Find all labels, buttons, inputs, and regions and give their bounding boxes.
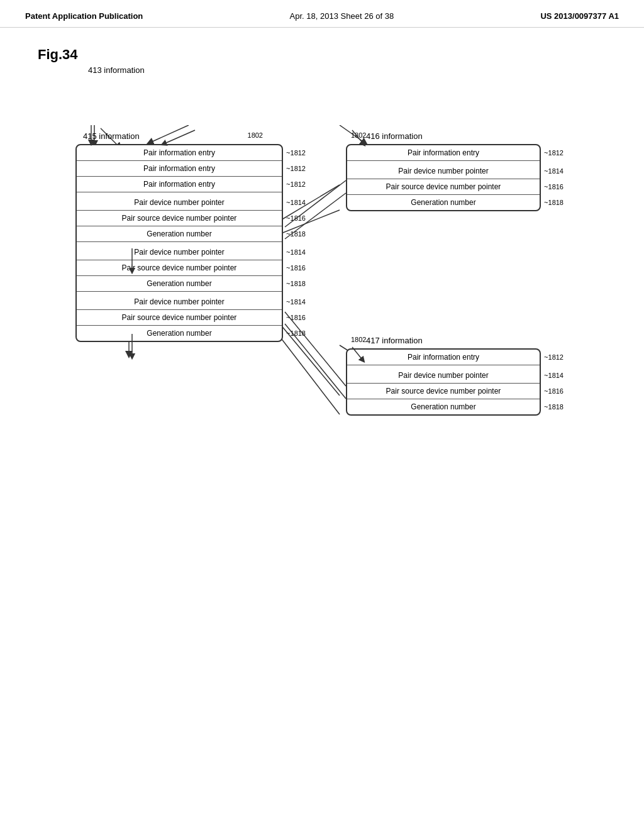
- right-top-group1-row1: Pair device number pointer ~1814: [347, 163, 540, 179]
- left-group1-row1: Pair device number pointer ~1814: [77, 195, 282, 211]
- title-417: 417 information: [366, 336, 423, 345]
- ref-1802-right-bottom: 1802: [351, 336, 366, 343]
- left-group2-row1: Pair device number pointer ~1814: [77, 245, 282, 260]
- right-top-box-416: 416 information 1802 Pair information en…: [346, 144, 541, 211]
- left-box-415: 415 information 1802 Pair information en…: [75, 144, 283, 342]
- right-bottom-entry-row: Pair information entry ~1812: [347, 350, 540, 365]
- header-right: US 2013/0097377 A1: [540, 11, 619, 21]
- svg-line-14: [164, 130, 195, 144]
- left-entry-row-2: Pair information entry ~1812: [77, 161, 282, 177]
- left-group3-row3: Generation number ~1818: [77, 326, 282, 341]
- fig-label: Fig.34: [38, 47, 606, 63]
- left-group2-row3: Generation number ~1818: [77, 276, 282, 292]
- main-content: Fig.34 413 information: [0, 28, 644, 584]
- left-group2-row2: Pair source device number pointer ~1816: [77, 260, 282, 276]
- right-bottom-box-417: 417 information 1802 Pair information en…: [346, 348, 541, 416]
- left-group1-row2: Pair source device number pointer ~1816: [77, 211, 282, 226]
- header-left: Patent Application Publication: [25, 11, 143, 21]
- svg-line-1: [150, 125, 189, 143]
- title-415: 415 information: [83, 131, 140, 141]
- header-center: Apr. 18, 2013 Sheet 26 of 38: [290, 11, 394, 21]
- right-top-group1-row3: Generation number ~1818: [347, 195, 540, 210]
- left-entry-row-3: Pair information entry ~1812: [77, 177, 282, 192]
- left-entry-row-1: Pair information entry ~1812: [77, 145, 282, 161]
- left-group3-row2: Pair source device number pointer ~1816: [77, 310, 282, 326]
- info-413-label: 413 information: [88, 65, 606, 75]
- diagram-area: 415 information 1802 Pair information en…: [38, 125, 585, 565]
- ref-1802-left: 1802: [248, 131, 263, 139]
- ref-1802-right-top: 1802: [351, 131, 366, 139]
- right-bottom-group1-row2: Pair source device number pointer ~1816: [347, 384, 540, 399]
- svg-line-21: [285, 312, 346, 386]
- right-bottom-group1-row3: Generation number ~1818: [347, 399, 540, 414]
- title-416: 416 information: [366, 131, 423, 141]
- svg-line-10: [277, 333, 340, 414]
- left-group3-row1: Pair device number pointer ~1814: [77, 294, 282, 310]
- page-header: Patent Application Publication Apr. 18, …: [0, 0, 644, 28]
- left-group1-row3: Generation number ~1818: [77, 226, 282, 242]
- right-top-entry-row: Pair information entry ~1812: [347, 145, 540, 161]
- right-top-group1-row2: Pair source device number pointer ~1816: [347, 179, 540, 195]
- right-bottom-group1-row1: Pair device number pointer ~1814: [347, 368, 540, 384]
